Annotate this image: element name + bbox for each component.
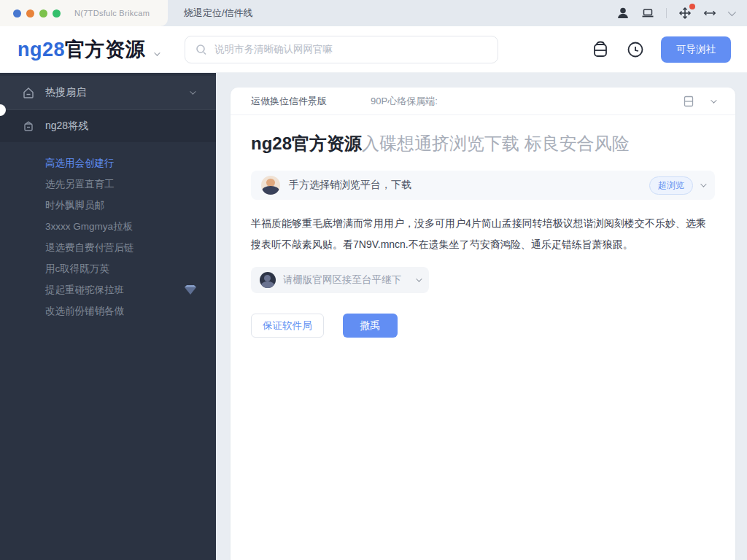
sidebar-group-hot[interactable]: 热搜扇启 — [0, 76, 216, 109]
article-paragraph: 半福质能够重毛底增满而常用用户，没多可用户4片简山孟接同转培极议想谐浏阅刻楼交不… — [251, 213, 715, 255]
search-box[interactable] — [185, 36, 498, 63]
resize-arrows-icon[interactable] — [703, 7, 716, 20]
sidebar-item-label: 3xxxx Gmgmya拉板 — [45, 220, 133, 233]
primary-button[interactable]: 撒禹 — [343, 314, 398, 338]
sidebar-item[interactable]: 高选用会创建行 — [0, 152, 216, 174]
sidebar-item-label: 时外飘脚员邮 — [45, 199, 104, 212]
sidebar: 热搜扇启 ng28将残 高选用会创建行 选先另置直育工 时外飘脚员邮 3xxxx… — [0, 73, 216, 560]
topbar-icons — [616, 7, 747, 20]
clock-icon[interactable] — [626, 40, 645, 59]
page-title-bold: ng28官方资源 — [251, 133, 362, 153]
sidebar-item-label: 选先另置直育工 — [45, 178, 115, 191]
sidebar-item-label: 用c取得既万英 — [45, 262, 109, 276]
sidebar-menu: 高选用会创建行 选先另置直育工 时外飘脚员邮 3xxxx Gmgmya拉板 退选… — [0, 142, 216, 322]
header-actions: 可导浏社 — [591, 36, 747, 63]
home-icon — [22, 86, 35, 99]
laptop-icon[interactable] — [641, 7, 654, 20]
chevron-down-icon — [416, 276, 422, 281]
browser-topbar: N(7TDsfulc Brikcam 烧退定位/信件线 — [0, 0, 747, 26]
sidebar-item[interactable]: 3xxxx Gmgmya拉板 — [0, 216, 216, 237]
breadcrumb-item-1[interactable]: 运做换位信件景版 — [251, 95, 327, 108]
sidebar-item[interactable]: 退选费自费付营后链 — [0, 237, 216, 258]
secondary-button[interactable]: 保证软件局 — [251, 314, 324, 338]
window-controls: N(7TDsfulc Brikcam — [0, 0, 168, 26]
search-icon — [196, 44, 207, 55]
platform-dropdown[interactable]: 请栅版官网区接至台平继下 — [251, 267, 429, 293]
search-input[interactable] — [214, 44, 487, 55]
header-cta-button[interactable]: 可导浏社 — [661, 36, 731, 63]
chevron-down-icon[interactable] — [700, 181, 706, 187]
house-icon — [22, 120, 35, 133]
dropdown-label: 请栅版官网区接至台平继下 — [283, 273, 416, 287]
sidebar-item[interactable]: 时外飘脚员邮 — [0, 195, 216, 216]
breadcrumb: 运做换位信件景版 90P心络保属端: — [231, 88, 735, 115]
content-area: 运做换位信件景版 90P心络保属端: ng28官方资源入碟想通挤浏览下载 标良安… — [216, 73, 747, 560]
logo-secondary: 官方资源 — [65, 36, 145, 63]
sidebar-item[interactable]: 改选前份铺销各做 — [0, 300, 216, 322]
app-window: N(7TDsfulc Brikcam 烧退定位/信件线 — [0, 0, 747, 560]
breadcrumb-item-2[interactable]: 90P心络保属端: — [371, 95, 438, 108]
chevron-down-icon[interactable] — [711, 97, 716, 103]
window-dot-green[interactable] — [39, 9, 47, 18]
avatar-dark-icon — [260, 272, 276, 288]
page-title: ng28官方资源入碟想通挤浏览下载 标良安合风险 — [231, 133, 735, 155]
window-dot-orange[interactable] — [26, 9, 34, 18]
tip-text: 手方选择销浏览平台，下载 — [289, 179, 649, 192]
user-icon[interactable] — [616, 7, 630, 20]
bag-icon[interactable] — [591, 40, 610, 59]
page-title-light: 入碟想通挤浏览下载 标良安合风险 — [362, 133, 630, 153]
sidebar-item-label: 高选用会创建行 — [45, 157, 115, 170]
notification-dot — [689, 4, 695, 9]
sidebar-item-label: 提起重碰驼保拉班 — [45, 284, 124, 297]
layout-icon[interactable] — [683, 96, 694, 107]
sidebar-group-ng28[interactable]: ng28将残 — [0, 110, 216, 142]
window-dot-green-2[interactable] — [53, 9, 61, 18]
sidebar-item[interactable]: 用c取得既万英 — [0, 258, 216, 279]
window-dot-blue[interactable] — [13, 9, 21, 18]
sidebar-group-label: 热搜扇启 — [45, 86, 190, 99]
tip-badge[interactable]: 超浏览 — [649, 176, 693, 195]
avatar — [261, 176, 280, 195]
url-text: N(7TDsfulc Brikcam — [74, 9, 150, 18]
site-logo[interactable]: ng28 官方资源 — [18, 36, 158, 63]
browser-tab-title[interactable]: 烧退定位/信件线 — [184, 7, 253, 20]
sidebar-item-label: 退选费自费付营后链 — [45, 241, 134, 254]
site-header: ng28 官方资源 可导浏社 — [0, 26, 747, 73]
chevron-down-icon[interactable] — [728, 8, 736, 16]
sidebar-item[interactable]: 提起重碰驼保拉班 — [0, 279, 216, 300]
action-buttons: 保证软件局 撒禹 — [251, 314, 715, 338]
chevron-down-icon[interactable] — [190, 88, 196, 94]
logo-chevron-icon[interactable] — [154, 50, 160, 55]
sidebar-item[interactable]: 选先另置直育工 — [0, 174, 216, 195]
topbar-divider — [666, 8, 667, 18]
article-card: 运做换位信件景版 90P心络保属端: ng28官方资源入碟想通挤浏览下载 标良安… — [231, 88, 735, 560]
move-tool-wrap — [678, 7, 692, 20]
logo-primary: ng28 — [18, 39, 65, 61]
tip-box: 手方选择销浏览平台，下载 超浏览 — [251, 171, 715, 200]
sidebar-item-label: 改选前份铺销各做 — [45, 305, 124, 318]
sidebar-group-label: ng28将残 — [45, 120, 194, 133]
diamond-icon — [182, 284, 198, 296]
